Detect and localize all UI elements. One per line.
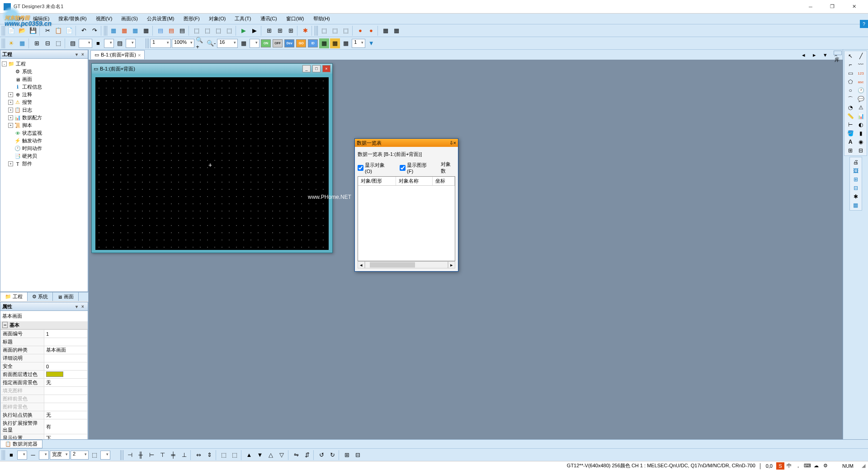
left-tab[interactable]: ⚙系统: [27, 292, 53, 301]
align-top-button[interactable]: ⊤: [157, 450, 167, 460]
tool-btn[interactable]: ⊞: [264, 26, 274, 36]
color-combo[interactable]: [104, 39, 114, 48]
tool-btn[interactable]: ▼: [366, 38, 376, 48]
clock-tool-icon[interactable]: 🕐: [856, 86, 866, 94]
cut-button[interactable]: ✂: [42, 26, 52, 36]
scale-tool-icon[interactable]: 📏: [845, 112, 855, 120]
align-center-button[interactable]: ╫: [136, 450, 146, 460]
sector-tool-icon[interactable]: ◔: [845, 103, 855, 112]
polyline-tool-icon[interactable]: ⌐: [845, 61, 855, 69]
arc-tool-icon[interactable]: ⌒: [845, 95, 855, 103]
menu-item[interactable]: 工程(P): [3, 14, 28, 24]
project-tree[interactable]: -📁工程⚙系统🖥画面ℹ工程信息+⊕注释+⚠报警+📋日志+📊数据配方+📜脚本👁状态…: [0, 59, 88, 292]
rect-tool-icon[interactable]: ▭: [845, 69, 855, 77]
ime-cn-icon[interactable]: 中: [785, 462, 793, 470]
tool-btn[interactable]: ⊞: [275, 26, 285, 36]
paste-button[interactable]: 📄: [64, 26, 74, 36]
undo-button[interactable]: ↶: [79, 26, 89, 36]
tree-node[interactable]: +📊数据配方: [2, 114, 86, 122]
panelmeter-tool-icon[interactable]: ◉: [856, 138, 866, 146]
menu-item[interactable]: 窗口(W): [282, 14, 309, 24]
paint-tool-icon[interactable]: 🪣: [845, 129, 855, 137]
meter-tool-icon[interactable]: ◐: [856, 121, 866, 129]
property-value[interactable]: 无: [44, 379, 88, 387]
tree-node[interactable]: ⚙系统: [2, 68, 86, 75]
combo[interactable]: [100, 451, 110, 460]
ime-punct-icon[interactable]: ，: [794, 462, 802, 470]
tool-btn[interactable]: ▦: [141, 26, 151, 36]
ime-s-icon[interactable]: S: [776, 462, 784, 470]
mdi-titlebar[interactable]: ▭ B-1:(前面+背面) _ □ ×: [92, 64, 332, 74]
menu-item[interactable]: 画面(S): [117, 14, 142, 24]
property-value[interactable]: 1: [44, 330, 88, 338]
zoom-out-button[interactable]: 🔍-: [206, 38, 216, 48]
tool-icon[interactable]: ✱: [851, 193, 861, 201]
pattern-combo[interactable]: [126, 39, 136, 48]
circle-tool-icon[interactable]: ○: [845, 86, 855, 94]
tool-btn[interactable]: ▨: [115, 38, 125, 48]
distribute-h-button[interactable]: ⇔: [193, 450, 203, 460]
mdi-maximize-button[interactable]: □: [312, 65, 321, 72]
scrollbar-thumb[interactable]: [370, 262, 415, 268]
panel-close-button[interactable]: ×: [80, 303, 86, 310]
go-toggle[interactable]: GO: [296, 39, 306, 47]
comment-tool-icon[interactable]: 💬: [856, 95, 866, 103]
tool-btn[interactable]: ⬚: [319, 26, 329, 36]
tool-btn[interactable]: ▤: [166, 26, 176, 36]
on-toggle[interactable]: ON: [261, 39, 271, 47]
left-tab[interactable]: 📁工程: [0, 292, 28, 301]
horizontal-scrollbar[interactable]: ◂ ▸: [358, 261, 455, 268]
tool-icon[interactable]: ⊟: [856, 146, 866, 155]
tool-icon[interactable]: ⊟: [851, 184, 861, 192]
menu-item[interactable]: 工具(T): [230, 14, 255, 24]
tool-btn[interactable]: ▦: [119, 26, 129, 36]
ime-soft-icon[interactable]: ⌨: [803, 462, 811, 470]
tool-btn[interactable]: ▤: [177, 26, 187, 36]
menu-item[interactable]: 搜索/替换(R): [54, 14, 91, 24]
toolbar-grip[interactable]: [120, 450, 124, 460]
tool-btn[interactable]: ⬚: [224, 26, 234, 36]
level-tool-icon[interactable]: ▮: [856, 129, 866, 137]
property-value[interactable]: 无: [44, 411, 88, 419]
tool-btn[interactable]: ▦: [239, 38, 249, 48]
off-toggle[interactable]: OFF: [273, 39, 283, 47]
color-combo[interactable]: [17, 451, 27, 460]
tool-btn[interactable]: ⊟: [42, 38, 52, 48]
tool-btn[interactable]: ▦: [319, 38, 329, 48]
property-value[interactable]: 有: [44, 419, 88, 434]
document-tab[interactable]: ▭ B-1:(前面+背面) ×: [90, 50, 145, 59]
tool-icon[interactable]: ⊞: [845, 146, 855, 155]
menu-item[interactable]: 编辑(E): [28, 14, 54, 24]
tool-icon[interactable]: ▦: [851, 201, 861, 209]
float-pin-button[interactable]: ⇩: [449, 140, 453, 146]
combo[interactable]: 1: [352, 39, 365, 48]
tree-expander[interactable]: +: [8, 161, 13, 166]
toolbar-grip[interactable]: [315, 26, 318, 36]
rotate-left-button[interactable]: ↺: [316, 450, 326, 460]
tool-btn[interactable]: ⬚: [203, 26, 212, 36]
tree-node[interactable]: 👁状态监视: [2, 129, 86, 137]
toolbar-grip[interactable]: [146, 38, 149, 48]
tool-btn[interactable]: ⊞: [286, 26, 296, 36]
tool-btn[interactable]: ⬚: [230, 450, 240, 460]
panel-pin-button[interactable]: ▾: [73, 303, 80, 310]
line-tool-icon[interactable]: ╱: [856, 52, 866, 60]
redo-button[interactable]: ↷: [90, 26, 99, 36]
tool-btn[interactable]: ●: [366, 26, 376, 36]
freeline-tool-icon[interactable]: 〰: [856, 61, 866, 69]
grid-combo[interactable]: 16: [217, 39, 238, 48]
property-value[interactable]: [44, 354, 88, 362]
tool-btn[interactable]: ▦: [330, 38, 340, 48]
polygon-tool-icon[interactable]: ⬠: [845, 78, 855, 86]
menu-item[interactable]: 通讯(C): [256, 14, 282, 24]
property-value[interactable]: [44, 338, 88, 346]
show-objects-checkbox[interactable]: 显示对象(O): [358, 161, 391, 174]
tool-btn[interactable]: ▦: [341, 38, 351, 48]
tool-btn[interactable]: ⬚: [219, 450, 229, 460]
line-combo[interactable]: [39, 451, 49, 460]
left-tab[interactable]: 🖥画面: [52, 292, 79, 301]
tool-btn[interactable]: ⬚: [330, 26, 340, 36]
distribute-v-button[interactable]: ⇕: [204, 450, 214, 460]
show-shapes-checkbox[interactable]: 显示图形(F): [400, 161, 432, 174]
tree-node[interactable]: 📑硬拷贝: [2, 152, 86, 160]
